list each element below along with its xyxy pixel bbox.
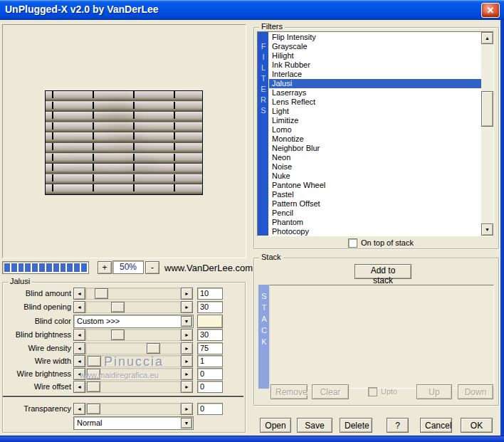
zoom-in-button[interactable]: +: [98, 261, 112, 274]
up-button[interactable]: Up: [416, 384, 452, 399]
blind-amount-slider[interactable]: [85, 288, 181, 300]
save-button[interactable]: Save: [297, 418, 332, 433]
slider-right-arrow[interactable]: ►: [181, 368, 193, 380]
scrollbar-thumb[interactable]: [481, 91, 493, 127]
filter-item[interactable]: Lens Reflect: [269, 98, 481, 107]
close-button[interactable]: ✕: [481, 3, 500, 18]
filter-item-selected[interactable]: Jalusi: [269, 79, 481, 88]
slider-right-arrow[interactable]: ►: [181, 355, 193, 367]
blind-opening-slider[interactable]: [85, 301, 181, 313]
scroll-up-icon[interactable]: ▲: [481, 32, 493, 44]
open-button[interactable]: Open: [260, 418, 291, 433]
down-button[interactable]: Down: [458, 384, 493, 399]
help-button[interactable]: ?: [387, 418, 409, 433]
slider-left-arrow[interactable]: ◄: [73, 355, 85, 367]
filter-item[interactable]: Neighbor Blur: [269, 144, 481, 153]
filter-item[interactable]: Lomo: [269, 125, 481, 135]
ok-button[interactable]: OK: [461, 418, 493, 433]
slider-thumb[interactable]: [88, 356, 101, 367]
slider-left-arrow[interactable]: ◄: [73, 403, 85, 415]
filters-listbox: FILTERS Flip Intensity Grayscale Hilight…: [257, 31, 494, 236]
filter-item[interactable]: Flip Intensity: [269, 33, 481, 42]
watermark-name: Pinuccia: [104, 354, 164, 369]
progress-block: [46, 263, 52, 272]
wire-offset-row: Wire offset ◄ ► 0: [2, 381, 244, 394]
filter-item[interactable]: Neon: [269, 153, 481, 162]
blind-color-row: Blind color Custom >>> ▼: [2, 314, 244, 329]
wire-offset-label: Wire offset: [2, 382, 71, 391]
filter-item[interactable]: Limitize: [269, 116, 481, 125]
filter-item[interactable]: Laserrays: [269, 88, 481, 98]
transparency-value[interactable]: 0: [197, 403, 223, 415]
filter-item[interactable]: Pencil: [269, 209, 481, 218]
slider-left-arrow[interactable]: ◄: [73, 301, 85, 313]
transparency-slider[interactable]: [85, 403, 181, 415]
wire-density-value[interactable]: 75: [197, 342, 223, 354]
wire-width-label: Wire width: [2, 357, 71, 365]
on-top-of-stack-checkbox[interactable]: [348, 238, 357, 248]
filter-item[interactable]: Interlace: [269, 70, 481, 79]
filter-item[interactable]: Pantone Wheel: [269, 181, 481, 190]
chevron-down-icon[interactable]: ▼: [181, 418, 192, 428]
slider-thumb[interactable]: [95, 288, 108, 299]
slider-right-arrow[interactable]: ►: [181, 329, 193, 341]
slider-thumb[interactable]: [147, 343, 160, 354]
slider-right-arrow[interactable]: ►: [181, 342, 193, 354]
wire-density-slider[interactable]: [85, 342, 181, 354]
title-bar[interactable]: UnPlugged-X v2.0 by VanDerLee ✕: [0, 0, 504, 20]
slider-left-arrow[interactable]: ◄: [73, 329, 85, 341]
blind-opening-value[interactable]: 30: [197, 301, 223, 313]
stack-list[interactable]: [269, 285, 494, 389]
blind-color-dropdown[interactable]: Custom >>> ▼: [73, 315, 194, 328]
preview-image[interactable]: [45, 90, 203, 195]
wire-offset-slider[interactable]: [85, 381, 181, 393]
filters-scrollbar[interactable]: ▲ ▼: [481, 32, 493, 236]
cancel-button[interactable]: Cancel: [420, 418, 452, 433]
progress-block: [32, 263, 38, 272]
filter-item[interactable]: Pastel: [269, 190, 481, 199]
filter-item[interactable]: Phantom: [269, 218, 481, 227]
slider-left-arrow[interactable]: ◄: [73, 288, 85, 300]
slider-thumb[interactable]: [111, 330, 125, 340]
filter-item[interactable]: Nuke: [269, 172, 481, 181]
blend-mode-dropdown[interactable]: Normal ▼: [73, 416, 194, 430]
wire-offset-value[interactable]: 0: [197, 381, 223, 393]
slider-left-arrow[interactable]: ◄: [73, 342, 85, 354]
wire-width-value[interactable]: 1: [197, 355, 223, 367]
filter-item[interactable]: Ink Rubber: [269, 60, 481, 70]
slider-right-arrow[interactable]: ►: [181, 301, 193, 313]
blend-mode-value: Normal: [77, 419, 102, 427]
slider-right-arrow[interactable]: ►: [181, 403, 193, 415]
slider-right-arrow[interactable]: ►: [181, 288, 193, 300]
filter-item[interactable]: Monotize: [269, 135, 481, 144]
blind-amount-value[interactable]: 10: [197, 288, 223, 300]
filter-item[interactable]: Noise: [269, 162, 481, 172]
wire-brightness-value[interactable]: 0: [197, 368, 223, 380]
slider-thumb[interactable]: [87, 404, 100, 414]
zoom-level: 50%: [112, 261, 144, 274]
slider-thumb[interactable]: [87, 382, 100, 392]
blind-amount-label: Blind amount: [2, 289, 71, 298]
clear-button[interactable]: Clear: [312, 384, 349, 399]
filter-item[interactable]: Photocopy: [269, 227, 481, 236]
filter-item[interactable]: Hilight: [269, 51, 481, 60]
chevron-down-icon[interactable]: ▼: [181, 316, 192, 327]
blind-brightness-slider[interactable]: [85, 329, 181, 341]
blind-amount-row: Blind amount ◄ ► 10: [2, 288, 244, 301]
scroll-down-icon[interactable]: ▼: [481, 223, 493, 236]
slider-right-arrow[interactable]: ►: [181, 381, 193, 393]
add-to-stack-button[interactable]: Add to stack: [355, 264, 411, 279]
preview-panel: [2, 24, 246, 258]
blind-color-swatch[interactable]: [197, 315, 223, 328]
progress-block: [61, 263, 66, 272]
slider-left-arrow[interactable]: ◄: [73, 381, 85, 393]
blind-brightness-value[interactable]: 30: [197, 329, 223, 341]
remove-button[interactable]: Remove: [271, 384, 308, 399]
upto-checkbox[interactable]: [368, 387, 377, 396]
zoom-out-button[interactable]: -: [145, 261, 159, 274]
filter-item[interactable]: Light: [269, 107, 481, 116]
filter-item[interactable]: Pattern Offset: [269, 199, 481, 209]
slider-thumb[interactable]: [111, 302, 125, 312]
filter-item[interactable]: Grayscale: [269, 42, 481, 51]
delete-button[interactable]: Delete: [340, 418, 372, 433]
